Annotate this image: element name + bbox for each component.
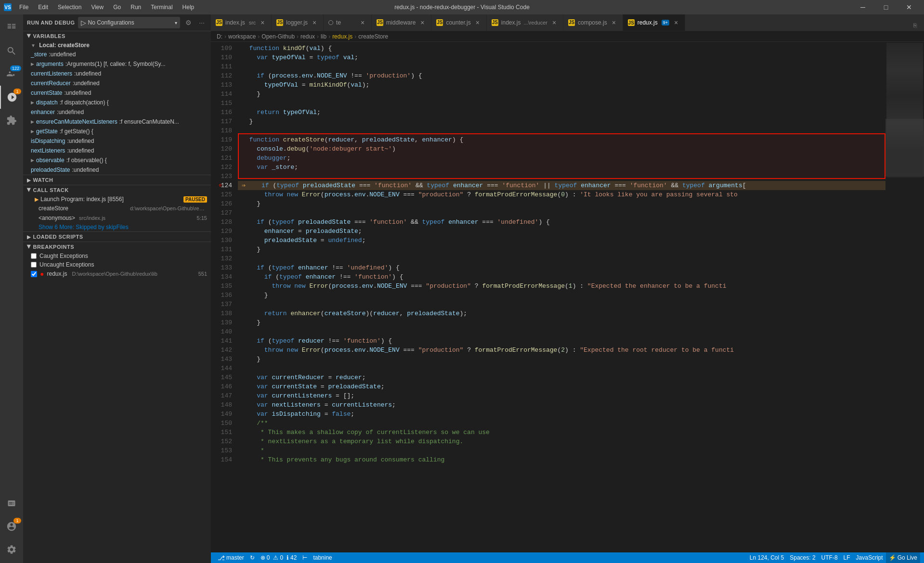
status-eol[interactable]: LF (841, 552, 853, 563)
status-tabnine[interactable]: tabnine (310, 552, 335, 563)
line-126: 126 (211, 199, 238, 208)
breadcrumb-symbol[interactable]: createStore (358, 33, 388, 40)
tab-logger-js[interactable]: JS logger.js × (272, 14, 324, 31)
breadcrumb-workspace[interactable]: workspace (228, 33, 256, 40)
status-sync[interactable]: ↻ (247, 552, 258, 563)
breadcrumb-d[interactable]: D: (217, 33, 222, 40)
breakpoints-header[interactable]: ▶ BREAKPOINTS (23, 242, 211, 252)
minimize-button[interactable]: ─ (852, 0, 874, 14)
frame-file: src/index.js (79, 215, 105, 221)
activity-icon-settings[interactable] (0, 538, 23, 561)
var-item-arguments[interactable]: ▶ arguments : Arguments(1) [f, callee: f… (23, 59, 211, 69)
tab-close-logger[interactable]: × (311, 19, 318, 26)
status-remote[interactable]: ⊢ (299, 552, 310, 563)
menu-file[interactable]: File (15, 3, 32, 12)
breadcrumb-redux[interactable]: redux (300, 33, 315, 40)
activity-bar: 122 1 1 (0, 14, 23, 563)
var-item-currentListeners[interactable]: currentListeners : undefined (23, 69, 211, 78)
file-breakpoint-checkbox[interactable] (31, 271, 37, 277)
close-button[interactable]: ✕ (898, 0, 920, 14)
skip-files[interactable]: Show 6 More: Skipped by skipFiles (23, 223, 211, 231)
frame-createStore[interactable]: createStore d:\workspace\Open-Github\red… (23, 204, 211, 213)
breadcrumb-file[interactable]: redux.js (332, 33, 352, 40)
var-item-currentState[interactable]: currentState : undefined (23, 88, 211, 98)
status-spaces[interactable]: Spaces: 2 (787, 552, 818, 563)
menu-edit[interactable]: Edit (34, 3, 52, 12)
thread-item[interactable]: ▶ Launch Program: index.js [8556] PAUSED (23, 195, 211, 204)
caught-exceptions-checkbox[interactable] (31, 253, 37, 259)
tab-label-counter: counter.js (446, 19, 470, 26)
menu-run[interactable]: Run (127, 3, 145, 12)
var-item-preloadedState[interactable]: preloadedState : undefined (23, 165, 211, 175)
activity-icon-extensions[interactable] (0, 109, 23, 132)
local-create-store[interactable]: ▼ Local: createStore (23, 41, 211, 50)
expand-icon: ▶ (31, 119, 34, 124)
gear-icon[interactable]: ⚙ (183, 17, 194, 28)
status-language[interactable]: JavaScript (853, 552, 886, 563)
breakpoint-file[interactable]: ● redux.js D:\workspace\Open-Github\redu… (23, 269, 211, 279)
tab-middleware[interactable]: JS middleware × (372, 14, 431, 31)
tab-close-compose[interactable]: × (610, 19, 618, 26)
tab-index-js[interactable]: JS index.js src × (211, 14, 272, 31)
activity-icon-explorer[interactable] (0, 16, 23, 39)
frame-anonymous[interactable]: <anonymous> src/index.js 5:15 (23, 213, 211, 223)
var-item-currentReducer[interactable]: currentReducer : undefined (23, 78, 211, 88)
var-item-nextListeners[interactable]: nextListeners : undefined (23, 146, 211, 155)
activity-icon-search[interactable] (0, 39, 23, 63)
activity-icon-run-debug[interactable]: 1 (0, 86, 23, 109)
menu-help[interactable]: Help (179, 3, 198, 12)
tab-close-index[interactable]: × (259, 19, 266, 26)
tab-compose-js[interactable]: JS compose.js × (563, 14, 623, 31)
activity-icon-remote[interactable] (0, 492, 23, 515)
sidebar-scroll[interactable]: ▶ VARIABLES ▼ Local: createStore _store … (23, 31, 211, 563)
breadcrumb-lib[interactable]: lib (321, 33, 326, 40)
status-branch[interactable]: ⎇ master (215, 552, 247, 563)
tab-close-te[interactable]: × (359, 19, 366, 26)
status-errors[interactable]: ⊗ 0 ⚠ 0 ℹ 42 (258, 552, 300, 563)
tab-index-reducer[interactable]: JS index.js ...\reducer × (487, 14, 563, 31)
watch-header[interactable]: ▶ WATCH (23, 175, 211, 185)
more-options-icon[interactable]: ··· (196, 17, 207, 28)
callstack-header[interactable]: ▶ CALL STACK (23, 185, 211, 195)
menu-selection[interactable]: Selection (54, 3, 85, 12)
menu-go[interactable]: Go (109, 3, 125, 12)
breadcrumb-open-github[interactable]: Open-Github (261, 33, 295, 40)
var-item-enhancer[interactable]: enhancer : undefined (23, 107, 211, 117)
menu-view[interactable]: View (87, 3, 107, 12)
status-cursor[interactable]: Ln 124, Col 5 (747, 552, 787, 563)
tab-close-redux[interactable]: × (672, 19, 680, 26)
config-dropdown[interactable]: ▷ No Configurations ▾ (78, 17, 180, 28)
tabnine-label: tabnine (313, 554, 332, 561)
tab-close-index-reducer[interactable]: × (550, 19, 558, 26)
split-editor-icon[interactable]: ⎘ (910, 20, 920, 31)
var-item-ensureCanMutate[interactable]: ▶ ensureCanMutateNextListeners : f ensur… (23, 117, 211, 127)
tab-icon-compose: JS (568, 19, 575, 26)
var-item-isDispatching[interactable]: isDispatching : undefined (23, 136, 211, 146)
code-line-143: } (238, 355, 885, 364)
line-145: 145 (211, 373, 238, 382)
var-item-getState[interactable]: ▶ getState : f getState() { (23, 127, 211, 136)
maximize-button[interactable]: □ (875, 0, 897, 14)
line-133: 133 (211, 263, 238, 272)
loaded-scripts-header[interactable]: ▶ LOADED SCRIPTS (23, 232, 211, 242)
var-item-store[interactable]: _store : undefined (23, 50, 211, 59)
tab-counter-js[interactable]: JS counter.js × (431, 14, 486, 31)
code-content[interactable]: function kindOf(val) { var typeOfVal = t… (238, 42, 885, 552)
activity-icon-accounts[interactable]: 1 (0, 515, 23, 538)
tab-te[interactable]: te × (324, 14, 372, 31)
status-live-server[interactable]: ⚡ Go Live (886, 552, 920, 563)
uncaught-exceptions-checkbox[interactable] (31, 262, 37, 268)
tab-redux-js[interactable]: JS redux.js 9+ × (623, 14, 685, 31)
activity-icon-source-control[interactable]: 122 (0, 63, 23, 86)
caught-exceptions-label: Caught Exceptions (39, 253, 88, 259)
line-134: 134 (211, 272, 238, 282)
tab-close-counter[interactable]: × (474, 19, 482, 26)
line-150: 150 (211, 419, 238, 428)
tab-close-middleware[interactable]: × (418, 19, 426, 26)
menu-terminal[interactable]: Terminal (147, 3, 176, 12)
variables-header[interactable]: ▶ VARIABLES (23, 31, 211, 41)
loaded-scripts-section: ▶ LOADED SCRIPTS (23, 231, 211, 242)
var-item-observable[interactable]: ▶ observable : f observable() { (23, 155, 211, 165)
status-encoding[interactable]: UTF-8 (819, 552, 841, 563)
var-item-dispatch[interactable]: ▶ dispatch : f dispatch(action) { (23, 98, 211, 107)
